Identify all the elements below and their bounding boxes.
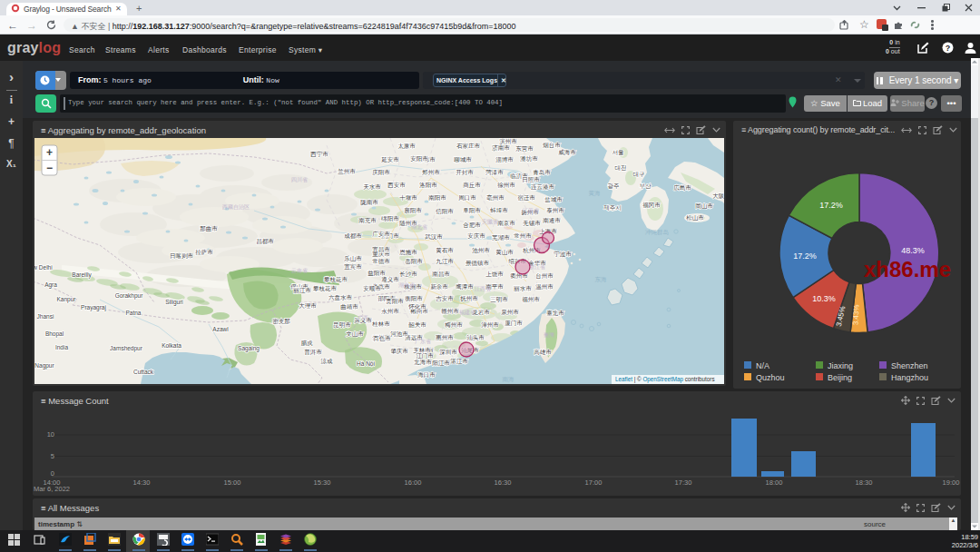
svg-text:Shenzhen: Shenzhen [891,361,928,370]
svg-text:太原市: 太原市 [397,143,416,149]
svg-text:Bareilly: Bareilly [72,271,92,279]
svg-text:Gorakhpur: Gorakhpur [115,292,144,300]
svg-text:广安市: 广安市 [372,231,390,237]
svg-text:Hangzhou: Hangzhou [891,373,928,382]
svg-text:郑州市: 郑州市 [421,169,440,175]
svg-text:17.2%: 17.2% [793,251,817,261]
svg-text:宜宾市: 宜宾市 [344,263,362,271]
svg-text:四川省: 四川省 [291,177,308,183]
svg-text:15:00: 15:00 [224,478,241,487]
svg-text:大理市: 大理市 [299,302,317,309]
svg-text:三明市: 三明市 [490,296,508,302]
svg-text:北海市: 北海市 [414,359,432,366]
svg-text:부산: 부산 [640,182,652,189]
svg-text:西藏自治区: 西藏自治区 [222,203,250,211]
svg-text:Sagaing: Sagaing [238,345,260,352]
svg-text:대구: 대구 [633,171,645,177]
svg-text:乐山市: 乐山市 [344,255,362,261]
svg-text:盐城市: 盐城市 [544,196,563,202]
svg-text:安徽省: 安徽省 [482,218,498,225]
svg-text:昆明市: 昆明市 [333,321,351,329]
svg-text:台州市: 台州市 [535,272,554,280]
svg-text:六盘水市: 六盘水市 [328,294,353,301]
svg-text:17.2%: 17.2% [819,201,843,210]
svg-text:Jamshedpur: Jamshedpur [110,345,143,352]
svg-text:天水市: 天水市 [363,183,381,190]
svg-text:Hà Nội: Hà Nội [357,360,375,367]
svg-text:浙江省: 浙江省 [529,264,545,271]
svg-text:安顺市: 安顺市 [363,285,381,291]
svg-text:青岛市: 青岛市 [533,169,551,175]
svg-text:Leaflet | © OpenStreetMap cont: Leaflet | © OpenStreetMap contributors [615,376,715,383]
svg-text:徐州市: 徐州市 [497,182,515,189]
svg-text:Prayagraj: Prayagraj [81,304,106,311]
svg-text:丽江市: 丽江市 [293,287,311,294]
svg-text:黄石市: 黄石市 [436,247,454,254]
svg-text:常州市: 常州市 [514,232,532,239]
svg-text:Jhansi: Jhansi [37,313,54,320]
svg-text:India: India [55,344,68,350]
svg-text:宜昌市: 宜昌市 [372,246,390,252]
svg-text:普洱市: 普洱市 [304,349,322,356]
svg-text:汕头市: 汕头市 [466,334,485,341]
svg-text:云南省: 云南省 [291,268,308,274]
svg-text:Beijing: Beijing [828,373,852,382]
svg-text:洛阳市: 洛阳市 [419,182,437,189]
svg-text:东海: 东海 [595,276,608,283]
svg-text:九江市: 九江市 [436,258,454,265]
svg-text:17:00: 17:00 [585,478,603,487]
svg-text:Mar 6, 2022: Mar 6, 2022 [34,485,70,493]
svg-text:拉萨市: 拉萨市 [195,249,213,255]
svg-text:冲绳群岛: 冲绳群岛 [645,229,669,236]
svg-text:日照市: 日照市 [522,176,540,183]
svg-text:Bhopal: Bhopal [45,330,64,338]
svg-text:48.3%: 48.3% [901,246,925,255]
svg-text:高雄市: 高雄市 [534,349,552,355]
svg-text:Cuttack: Cuttack [133,369,154,375]
svg-text:肇庆市: 肇庆市 [390,348,408,354]
svg-text:惠州市: 惠州市 [435,334,454,340]
svg-text:永州市: 永州市 [381,308,399,314]
svg-text:长沙市: 长沙市 [399,271,417,278]
svg-text:昌都市: 昌都市 [256,238,274,245]
svg-text:丽水市: 丽水市 [514,285,532,292]
svg-text:威海市: 威海市 [558,149,576,156]
svg-text:新余市: 新余市 [430,283,448,291]
svg-text:贵阳市: 贵阳市 [386,298,404,305]
svg-text:阜阳市: 阜阳市 [463,207,481,214]
svg-text:15:30: 15:30 [314,478,331,487]
svg-text:恩施市: 恩施市 [399,249,417,255]
svg-text:武汉市: 武汉市 [424,233,443,241]
svg-text:岡山市: 岡山市 [695,202,713,209]
svg-text:16:30: 16:30 [495,478,512,487]
svg-text:대전: 대전 [615,164,627,171]
svg-text:광주: 광주 [608,182,621,189]
svg-text:石家庄市: 石家庄市 [456,143,481,149]
svg-text:泰州市: 泰州市 [546,207,564,214]
svg-text:Siliguri: Siliguri [165,299,183,306]
svg-text:吉安市: 吉安市 [436,295,454,302]
svg-text:济南市: 济南市 [492,144,510,152]
svg-text:遵义市: 遵义市 [381,276,399,283]
svg-text:日喀则市: 日喀则市 [170,252,194,260]
svg-text:密支那: 密支那 [272,318,290,325]
svg-text:潍坊市: 潍坊市 [519,155,538,163]
svg-text:Kolkata: Kolkata [162,342,181,349]
svg-text:Jiaxing: Jiaxing [828,361,853,370]
svg-text:攀枝花市: 攀枝花市 [313,285,338,292]
svg-text:无锡市: 无锡市 [523,220,541,227]
svg-text:南海: 南海 [503,376,515,383]
svg-text:江西省: 江西省 [475,286,491,292]
svg-text:西宁市: 西宁市 [309,151,328,157]
svg-text:淄博市: 淄博市 [495,156,514,163]
svg-text:泉州市: 泉州市 [501,309,519,315]
svg-text:17:30: 17:30 [675,478,692,487]
svg-text:开封市: 开封市 [456,169,474,175]
svg-text:臺北市: 臺北市 [546,310,564,317]
svg-text:滨州市: 滨州市 [499,138,517,145]
svg-text:黄海: 黄海 [589,190,602,197]
svg-text:19:00: 19:00 [943,478,960,487]
svg-text:腊戍: 腊戍 [301,340,314,346]
svg-text:景德镇市: 景德镇市 [466,260,490,267]
svg-text:18:30: 18:30 [856,478,873,487]
